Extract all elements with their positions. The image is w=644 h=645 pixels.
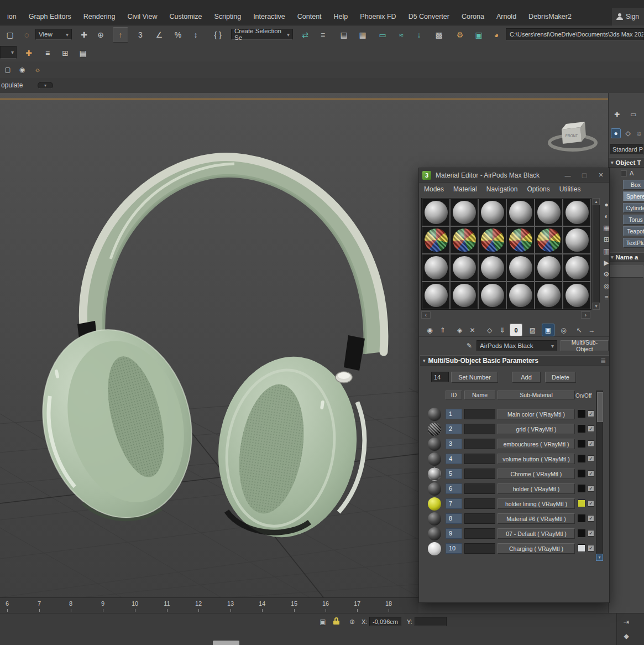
material-sample-slot[interactable]: [563, 254, 591, 282]
submaterial-name-input[interactable]: [464, 543, 495, 554]
id-column-header[interactable]: ID: [446, 391, 462, 399]
submaterial-color-swatch[interactable]: [578, 470, 585, 477]
minimize-icon[interactable]: —: [559, 169, 576, 182]
shapes-category-icon[interactable]: ◇: [623, 128, 633, 138]
submaterial-button[interactable]: holder lining ( VRayMtl ): [498, 498, 575, 509]
set-number-button[interactable]: Set Number: [451, 372, 498, 383]
default-lights-icon[interactable]: ☼: [31, 63, 44, 76]
submaterial-preview-sphere[interactable]: [428, 423, 441, 436]
menu-item-help[interactable]: Help: [328, 11, 354, 22]
submaterial-button[interactable]: Charging ( VRayMtl ): [498, 543, 575, 554]
show-background-icon[interactable]: ▨: [526, 324, 539, 336]
submaterial-button[interactable]: holder ( VRayMtl ): [498, 483, 575, 494]
material-sample-slot[interactable]: [422, 199, 450, 226]
select-move-icon[interactable]: ✚: [76, 27, 92, 43]
spinner-snap-icon[interactable]: ↕: [188, 27, 203, 43]
pivot-surface-icon[interactable]: ⊕: [93, 27, 108, 43]
scroll-up-icon[interactable]: ▴: [593, 198, 600, 205]
menu-item-graph-editors[interactable]: Graph Editors: [23, 11, 77, 22]
submaterial-id[interactable]: 8: [446, 513, 462, 524]
menu-item-arnold[interactable]: Arnold: [490, 11, 522, 22]
material-id-channel-icon[interactable]: 0: [510, 324, 522, 336]
submaterial-button[interactable]: Chrome ( VRayMtl ): [498, 469, 575, 479]
ribbon-toggle-icon[interactable]: ▭: [375, 27, 390, 43]
name-color-rollout[interactable]: ▾ Name a: [609, 252, 644, 262]
frame-buffer-icon[interactable]: ▣: [471, 27, 486, 43]
submaterial-color-swatch[interactable]: [578, 514, 585, 522]
menu-item-rendering[interactable]: Rendering: [77, 11, 122, 22]
primitive-box-button[interactable]: Box: [623, 180, 644, 190]
submaterial-onoff-checkbox[interactable]: ✓: [588, 470, 594, 477]
menu-navigation[interactable]: Navigation: [486, 185, 518, 193]
select-region-icon[interactable]: ▢: [2, 27, 18, 43]
submaterial-onoff-checkbox[interactable]: ✓: [588, 500, 594, 507]
angle-snap-icon[interactable]: ∠: [151, 27, 167, 43]
submaterial-onoff-checkbox[interactable]: ✓: [588, 440, 594, 447]
sample-tiling-icon[interactable]: ⊞: [601, 234, 611, 245]
scroll-right-icon[interactable]: ›: [581, 311, 590, 319]
isolate-selection-icon[interactable]: ▣: [318, 617, 328, 627]
material-sample-slot[interactable]: [478, 199, 506, 226]
material-sample-slot[interactable]: [478, 254, 506, 282]
scroll-left-icon[interactable]: ‹: [421, 311, 431, 319]
geometry-category-icon[interactable]: ●: [611, 128, 621, 138]
submaterial-button[interactable]: embouchures ( VRayMtl ): [498, 439, 575, 449]
submaterial-button[interactable]: Material #6 ( VRayMtl ): [498, 513, 575, 524]
submaterial-onoff-checkbox[interactable]: ✓: [588, 455, 594, 462]
submaterial-onoff-checkbox[interactable]: ✓: [588, 425, 594, 432]
material-sample-slot[interactable]: [450, 226, 478, 254]
make-preview-icon[interactable]: ▶: [601, 257, 611, 268]
menu-item-scripting[interactable]: Scripting: [208, 11, 248, 22]
show-in-viewport-icon[interactable]: ▣: [542, 324, 554, 336]
eyedropper-icon[interactable]: ✎: [464, 341, 474, 351]
timeline-ruler[interactable]: 6 7 8 9 10 11 12 13 14 15 16 17 18: [0, 597, 418, 613]
schematic-view-icon[interactable]: ↓: [411, 27, 427, 43]
submaterial-id[interactable]: 9: [446, 528, 462, 539]
submaterial-name-input[interactable]: [464, 439, 495, 449]
submaterial-id[interactable]: 7: [446, 498, 462, 509]
submaterial-preview-sphere[interactable]: [428, 452, 441, 466]
assign-to-selection-icon[interactable]: ◈: [453, 324, 466, 336]
layer-explorer-icon[interactable]: ▦: [355, 27, 370, 43]
submaterial-id[interactable]: 1: [446, 409, 462, 419]
snap-toggle-icon[interactable]: 3: [133, 27, 148, 43]
background-icon[interactable]: ▦: [601, 222, 611, 233]
submaterial-color-swatch[interactable]: [578, 410, 585, 418]
y-coordinate-field[interactable]: [415, 617, 447, 626]
add-button[interactable]: Add: [512, 372, 541, 383]
render-production-icon[interactable]: ◕: [489, 27, 504, 43]
submaterial-color-swatch[interactable]: [578, 425, 585, 433]
material-name-dropdown[interactable]: AirPods Max Black ▾: [477, 340, 557, 351]
menu-item-debrismaker2[interactable]: DebrisMaker2: [522, 11, 578, 22]
create-tab-icon[interactable]: ✚: [612, 110, 622, 119]
modify-tab-icon[interactable]: ▭: [629, 110, 638, 119]
submaterial-button[interactable]: volume button ( VRayMtl ): [498, 454, 575, 464]
maximize-icon[interactable]: ▢: [576, 169, 593, 182]
key-mode-icon[interactable]: ◆: [621, 631, 631, 641]
submaterial-button[interactable]: grid ( VRayMtl ): [498, 424, 575, 434]
go-to-sibling-icon[interactable]: →: [585, 324, 598, 336]
menu-item-interactive[interactable]: Interactive: [247, 11, 291, 22]
material-count-field[interactable]: [431, 372, 449, 382]
backlight-icon[interactable]: ◐: [601, 211, 611, 221]
primitive-teapot-button[interactable]: Teapot: [623, 226, 644, 236]
show-end-result-icon[interactable]: ◎: [557, 324, 570, 336]
material-type-button[interactable]: Multi/Sub-Object: [561, 340, 609, 351]
selection-lock-icon[interactable]: [333, 617, 339, 625]
time-slider-handle[interactable]: [213, 641, 239, 645]
percent-snap-icon[interactable]: %: [170, 27, 186, 43]
material-sample-slot[interactable]: [506, 199, 535, 226]
populate-toggle[interactable]: ▾: [38, 82, 53, 89]
delete-button[interactable]: Delete: [545, 372, 576, 383]
table-scrollbar[interactable]: [596, 391, 603, 561]
table-scroll-down-icon[interactable]: ▾: [596, 554, 603, 561]
name-column-header[interactable]: Name: [464, 391, 495, 399]
primitive-textplus-button[interactable]: TextPlu: [623, 238, 644, 248]
submaterial-name-input[interactable]: [464, 454, 495, 464]
material-sample-slot[interactable]: [506, 282, 535, 309]
submaterial-color-swatch[interactable]: [578, 485, 585, 492]
submaterial-color-swatch[interactable]: [578, 500, 585, 507]
get-material-icon[interactable]: ◉: [423, 324, 436, 336]
submaterial-id[interactable]: 2: [446, 424, 462, 434]
material-sample-slot[interactable]: [535, 226, 563, 254]
